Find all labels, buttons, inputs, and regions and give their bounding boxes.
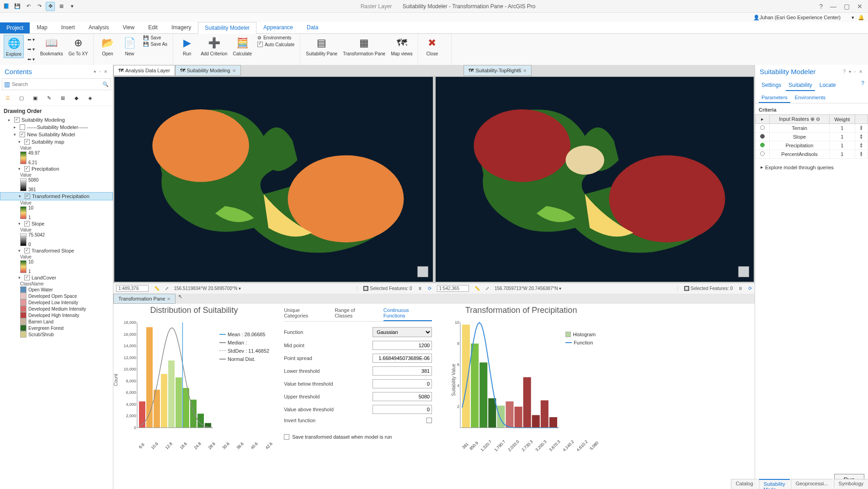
search-icon[interactable]: 🔍 (102, 81, 109, 87)
saveas-model-button[interactable]: 💾 Save As (141, 41, 169, 47)
criteria-row[interactable]: Precipitation1▲▼ (756, 141, 868, 150)
btab-symbology[interactable]: Symbology (834, 479, 868, 489)
add-raster-icon[interactable]: ⊕ (810, 116, 815, 122)
add-data-icon[interactable]: ⊞ (57, 2, 66, 11)
browse-raster-icon[interactable]: ⊝ (816, 116, 820, 122)
close-icon[interactable]: ✕ (232, 68, 236, 73)
save-icon[interactable]: 💾 (13, 2, 22, 11)
scale-tool2-icon[interactable]: ⤢ (485, 286, 489, 291)
subtab-parameters[interactable]: Parameters (759, 93, 790, 103)
run-button[interactable]: ▶Run (177, 35, 197, 57)
signed-in-user[interactable]: Juhan (Esri Geo Experience Center) (760, 15, 841, 20)
list-by-snapping-icon[interactable]: ⊞ (58, 93, 68, 103)
toc-landcover[interactable]: ▾LandCover (0, 274, 113, 281)
toc-transformed-precip[interactable]: ▾Transformed Precipitation (0, 192, 113, 200)
suitability-pane-button[interactable]: ▤Suitability Pane (304, 35, 339, 57)
function-select[interactable]: Gaussian (373, 327, 432, 337)
list-by-perspective-icon[interactable]: ◈ (85, 93, 95, 103)
map-tab-suitability[interactable]: 🗺 Suitability Modeling ✕ (175, 65, 241, 76)
open-model-button[interactable]: 📂Open (97, 35, 117, 57)
rtab-locate[interactable]: Locate (817, 80, 839, 91)
scale-input-right[interactable]: 1:542,365 (437, 285, 469, 292)
navigator-icon[interactable] (738, 266, 749, 277)
help-icon[interactable]: ? (861, 80, 864, 91)
map-view-left[interactable] (114, 77, 433, 282)
lower-input[interactable] (373, 366, 432, 376)
btab-geoprocessing[interactable]: Geoprocessi... (791, 479, 833, 489)
scale-tool-icon[interactable]: 📏 (474, 286, 480, 291)
refresh-icon[interactable]: ⟳ (748, 286, 752, 291)
contents-search[interactable]: ▥ 🔍 (2, 78, 111, 90)
new-model-button[interactable]: 📄New (119, 35, 139, 57)
toc-precipitation[interactable]: ▾Precipitation (0, 165, 113, 172)
map-canvas-left[interactable] (114, 77, 433, 282)
map-view-right[interactable] (436, 77, 754, 282)
signin-dropdown-icon[interactable]: ▾ (852, 15, 854, 21)
minimize-icon[interactable]: — (830, 3, 836, 10)
close-window-icon[interactable]: ✕ (857, 3, 863, 10)
search-input[interactable] (12, 81, 101, 87)
spread-input[interactable] (373, 354, 432, 363)
list-by-editing-icon[interactable]: ✎ (44, 93, 54, 103)
subtab-continuous[interactable]: Continuous Functions (383, 306, 432, 321)
criteria-row[interactable]: Slope1▲▼ (756, 133, 868, 141)
toc-slope[interactable]: ▾Slope (0, 220, 113, 227)
environments-button[interactable]: ⚙ Environments (256, 35, 296, 41)
notifications-icon[interactable]: 🔔 (858, 15, 864, 21)
transformation-pane-tab[interactable]: Transformation Pane ✕ (113, 294, 176, 304)
toc-map-frame[interactable]: ▸Suitability Modeling (0, 116, 113, 124)
criteria-row[interactable]: Terrain1▲▼ (756, 124, 868, 133)
rtab-suitability[interactable]: Suitability (786, 80, 815, 91)
goto-xy-button[interactable]: ⊕Go To XY (67, 35, 90, 57)
scale-tool-icon[interactable]: 📏 (154, 286, 160, 291)
add-criterion-button[interactable]: ➕Add Criterion (199, 35, 229, 57)
tab-analysis[interactable]: Analysis (82, 21, 116, 33)
pane-controls[interactable]: ▾ ▫ ✕ (94, 69, 108, 74)
save-transformed-checkbox[interactable] (284, 434, 289, 440)
criteria-row[interactable]: PercentAndisols1▲▼ (756, 150, 868, 159)
subtab-range[interactable]: Range of Classes (335, 306, 374, 321)
explore-qat-icon[interactable]: ✥ (46, 2, 55, 11)
right-pane-controls[interactable]: ? ▾ ▫ ✕ (843, 69, 863, 74)
list-by-source-icon[interactable]: ▢ (16, 93, 27, 103)
close-icon[interactable]: ✕ (167, 296, 170, 301)
btab-suitability[interactable]: Suitability Mode... (759, 479, 790, 489)
tab-imagery[interactable]: Imagery (165, 21, 198, 33)
tab-appearance[interactable]: Appearance (256, 21, 300, 33)
refresh-icon[interactable]: ⟳ (428, 286, 431, 291)
map-views-button[interactable]: 🗺Map views (389, 35, 414, 57)
map-canvas-right[interactable] (436, 77, 754, 282)
map-tab-topright[interactable]: 🗺 Suitability-TopRight6 ✕ (463, 65, 532, 76)
upper-input[interactable] (373, 392, 432, 401)
midpoint-input[interactable] (373, 341, 432, 350)
calculate-button[interactable]: 🧮Calculate (231, 35, 254, 57)
autocalc-checkbox[interactable]: Auto Calculate (256, 41, 296, 48)
tab-view[interactable]: View (116, 21, 141, 33)
toc-group-modeler[interactable]: ▸------Suitability Modeler------ (0, 124, 113, 131)
dropdown-icon[interactable]: ▾ (68, 2, 77, 11)
scale-tool2-icon[interactable]: ⤢ (165, 286, 169, 291)
toc-transformed-slope[interactable]: ▾Transformed Slope (0, 247, 113, 254)
subtab-unique[interactable]: Unique Categories (284, 306, 325, 321)
scale-input-left[interactable]: 1:489,376 (116, 285, 149, 292)
tab-data[interactable]: Data (300, 21, 325, 33)
pause-icon[interactable]: ⏸ (418, 286, 422, 291)
nav-arrow2-icon[interactable]: ➡ ▾ (26, 46, 37, 52)
toc-suitability-map[interactable]: ▾Suitability map (0, 138, 113, 145)
tab-project[interactable]: Project (0, 22, 30, 33)
tab-edit[interactable]: Edit (141, 21, 165, 33)
btab-catalog[interactable]: Catalog (731, 479, 758, 489)
list-by-drawing-icon[interactable]: ☰ (3, 93, 13, 103)
bookmarks-button[interactable]: 📖Bookmarks (38, 35, 65, 57)
map-tab-analysis[interactable]: 🗺 Analysis Data Layer (113, 65, 175, 76)
close-model-button[interactable]: ✖Close (422, 35, 442, 57)
navigator-icon[interactable] (417, 266, 428, 277)
redo-icon[interactable]: ↷ (35, 2, 44, 11)
save-model-button[interactable]: 💾 Save (141, 35, 169, 41)
explore-button[interactable]: 🌐Explore (4, 35, 24, 58)
transformation-pane-button[interactable]: ▦Transformation Pane (341, 35, 387, 57)
nav-arrow3-icon[interactable]: ⬅ ▾ (26, 56, 37, 62)
maximize-icon[interactable]: ▢ (844, 3, 850, 10)
list-by-labeling-icon[interactable]: ◆ (71, 93, 81, 103)
above-input[interactable] (373, 405, 432, 414)
